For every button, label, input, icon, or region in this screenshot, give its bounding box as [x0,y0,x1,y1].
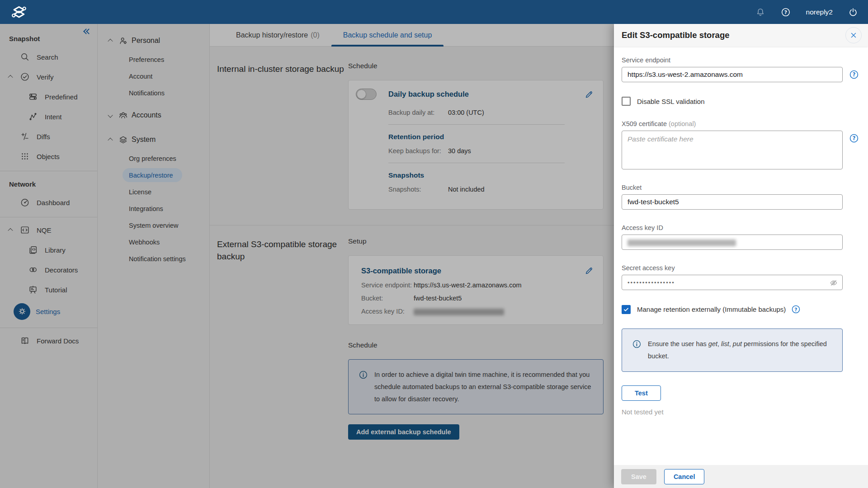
test-status-text: Not tested yet [622,408,868,416]
bucket-field: Bucket [622,184,868,210]
info-icon [632,339,642,349]
svg-text:?: ? [784,9,787,15]
drawer-header: Edit S3-compatible storage [614,24,868,47]
svg-text:?: ? [853,71,856,78]
edit-s3-storage-drawer: Edit S3-compatible storage Service endpo… [614,24,868,488]
cancel-button[interactable]: Cancel [664,469,705,484]
access-key-input[interactable] [622,235,843,250]
svg-text:?: ? [853,135,856,141]
top-bar: ? noreply2 [0,0,868,24]
manage-retention-checkbox[interactable] [622,305,631,314]
help-icon[interactable]: ? [849,70,859,80]
save-button[interactable]: Save [621,469,656,484]
access-key-field: Access key ID [622,224,868,250]
x509-certificate-textarea[interactable] [622,131,843,169]
help-icon[interactable]: ? [781,7,791,17]
secret-access-key-input[interactable] [622,275,843,290]
disable-ssl-row: Disable SSL validation [622,97,868,106]
manage-retention-row: Manage retention externally (Immutable b… [622,305,868,314]
bucket-input[interactable] [622,194,843,210]
drawer-backdrop[interactable] [0,24,614,488]
drawer-footer: Save Cancel [614,465,868,488]
service-endpoint-input[interactable] [622,67,843,82]
drawer-body: Service endpoint ? Disable SSL validatio… [614,47,868,465]
help-icon[interactable]: ? [791,305,801,314]
permissions-info-box: Ensure the user has get, list, put permi… [622,328,843,372]
access-key-redacted-value [627,239,736,246]
logout-power-icon[interactable] [848,7,858,17]
disable-ssl-checkbox[interactable] [622,97,631,106]
help-icon[interactable]: ? [849,133,859,143]
svg-text:?: ? [795,307,797,313]
check-icon [623,306,629,313]
close-button[interactable] [845,27,862,43]
close-icon [849,31,858,39]
x509-certificate-field: X509 certificate (optional) ? [622,120,868,169]
drawer-title: Edit S3-compatible storage [622,30,730,40]
service-endpoint-field: Service endpoint ? [622,56,868,82]
test-button[interactable]: Test [622,385,661,401]
secret-access-key-field: Secret access key [622,264,868,290]
forward-networks-logo[interactable] [10,4,28,21]
permissions-info-text: Ensure the user has get, list, put permi… [648,338,831,362]
eye-off-icon[interactable] [829,278,838,287]
notifications-bell-icon[interactable] [755,7,765,17]
user-menu[interactable]: noreply2 [806,8,833,16]
